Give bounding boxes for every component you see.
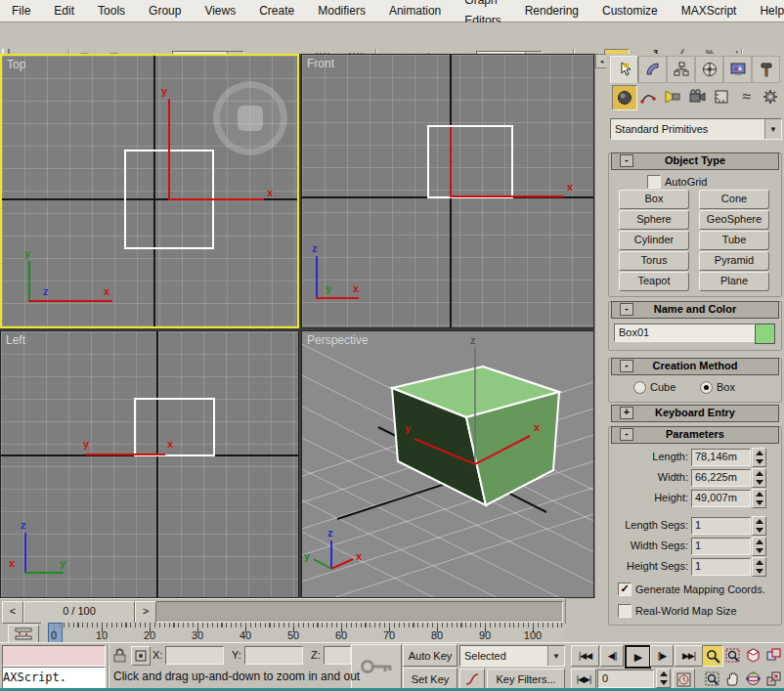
zoom-button[interactable] — [702, 645, 723, 667]
box-outline-left[interactable] — [134, 398, 215, 456]
box-outline-front[interactable] — [427, 125, 513, 198]
menu-help[interactable]: Help — [748, 1, 784, 22]
spinner-down-icon[interactable] — [756, 569, 763, 574]
cube-radio-label[interactable]: Cube — [650, 381, 675, 393]
sphere-button[interactable]: Sphere — [619, 210, 689, 230]
time-configuration-button[interactable] — [673, 669, 695, 690]
current-frame-field[interactable]: 0 — [597, 669, 654, 688]
viewport-perspective-label[interactable]: Perspective — [307, 333, 369, 347]
arc-rotate-button[interactable] — [743, 669, 762, 688]
key-filters-button[interactable]: Key Filters... — [487, 669, 565, 690]
menu-maxscript[interactable]: MAXScript — [670, 1, 749, 22]
frame-spinner[interactable] — [656, 669, 671, 688]
menu-file[interactable]: File — [0, 1, 42, 22]
width-spinner[interactable] — [752, 468, 766, 488]
maximize-viewport-toggle-button[interactable] — [763, 669, 783, 688]
viewport-left-label[interactable]: Left — [6, 333, 25, 347]
selection-set-dropdown[interactable]: Selected ▼ — [459, 645, 565, 667]
x-coord-field[interactable] — [165, 646, 224, 665]
expand-icon[interactable]: + — [620, 407, 633, 419]
viewport-front[interactable]: Front x z x y — [301, 54, 594, 328]
default-tangents-button[interactable] — [459, 669, 485, 690]
length-field[interactable]: 78,146m — [691, 449, 751, 466]
time-slider-handle[interactable]: 0 / 100 — [23, 601, 135, 624]
absolute-mode-toggle[interactable] — [131, 646, 151, 666]
name-color-header[interactable]: -Name and Color — [611, 301, 779, 319]
length-segs-field[interactable]: 1 — [691, 517, 751, 535]
zoom-extents-button[interactable] — [743, 645, 762, 665]
width-segs-spinner[interactable] — [752, 537, 766, 556]
teapot-button[interactable]: Teapot — [619, 272, 689, 291]
spinner-up-icon[interactable] — [756, 519, 763, 524]
play-button[interactable]: ▶ — [625, 645, 651, 669]
torus-button[interactable]: Torus — [619, 251, 689, 271]
zoom-extents-all-button[interactable] — [763, 645, 783, 665]
geosphere-button[interactable]: GeoSphere — [699, 210, 769, 230]
box-radio[interactable] — [700, 381, 713, 394]
autogrid-checkbox[interactable] — [647, 175, 661, 189]
menu-customize[interactable]: Customize — [590, 1, 670, 22]
category-systems[interactable] — [759, 85, 782, 108]
length-segs-spinner[interactable] — [752, 516, 766, 536]
menu-views[interactable]: Views — [193, 1, 247, 22]
menu-animation[interactable]: Animation — [377, 1, 453, 22]
viewport-top[interactable]: Top y x y z x — [0, 54, 299, 328]
pyramid-button[interactable]: Pyramid — [699, 251, 769, 271]
go-to-start-button[interactable]: |◀◀ — [571, 645, 599, 667]
collapse-icon[interactable]: - — [620, 154, 633, 167]
tab-create[interactable] — [610, 56, 638, 83]
spinner-down-icon[interactable] — [756, 500, 763, 505]
y-coord-field[interactable] — [244, 646, 303, 665]
tab-motion[interactable] — [695, 56, 723, 83]
spinner-down-icon[interactable] — [756, 480, 763, 485]
next-frame-button[interactable]: ||▶ — [650, 645, 674, 667]
auto-key-button[interactable]: Auto Key — [403, 644, 457, 667]
set-key-button[interactable]: Set Key — [403, 668, 457, 690]
category-cameras[interactable] — [685, 85, 709, 108]
maxscript-listener-field[interactable]: AXScript. — [2, 667, 106, 689]
menu-group[interactable]: Group — [137, 1, 193, 22]
previous-frame-button[interactable]: ◀|| — [600, 645, 624, 667]
primitives-category-dropdown[interactable]: Standard Primitives ▼ — [610, 118, 782, 140]
category-helpers[interactable] — [710, 85, 733, 108]
collapse-icon[interactable]: - — [620, 360, 633, 372]
viewport-left[interactable]: Left y x z y x — [0, 330, 299, 598]
spinner-up-icon[interactable] — [756, 540, 763, 544]
menu-modifiers[interactable]: Modifiers — [306, 1, 377, 22]
viewport-front-label[interactable]: Front — [307, 57, 334, 70]
track-bar[interactable]: 0 10 20 30 40 50 60 70 80 90 100 — [41, 623, 563, 643]
cone-button[interactable]: Cone — [699, 190, 769, 209]
object-name-field[interactable]: Box01 — [614, 324, 755, 342]
pan-button[interactable] — [722, 669, 742, 688]
collapse-icon[interactable]: - — [620, 303, 633, 316]
cube-radio[interactable] — [633, 381, 646, 394]
mini-curve-editor-button[interactable] — [8, 625, 39, 643]
spinner-down-icon[interactable] — [660, 680, 668, 685]
chevron-down-icon[interactable]: ▼ — [547, 646, 564, 666]
tube-button[interactable]: Tube — [699, 231, 769, 250]
category-geometry[interactable] — [612, 85, 637, 110]
height-segs-spinner[interactable] — [752, 557, 766, 577]
spinner-down-icon[interactable] — [756, 548, 763, 553]
box-button[interactable]: Box — [619, 190, 689, 209]
height-spinner[interactable] — [752, 489, 766, 508]
category-lights[interactable] — [661, 85, 684, 108]
object-type-header[interactable]: -Object Type — [611, 152, 779, 170]
region-zoom-button[interactable] — [702, 669, 721, 688]
spinner-up-icon[interactable] — [660, 671, 668, 676]
category-shapes[interactable] — [636, 85, 660, 108]
lock-selection-icon[interactable] — [113, 648, 126, 663]
parameters-header[interactable]: -Parameters — [611, 426, 779, 444]
viewport-perspective[interactable]: y x z z x y Perspective — [301, 330, 594, 598]
key-mode-toggle-button[interactable]: |◀▶| — [571, 669, 596, 690]
menu-tools[interactable]: Tools — [86, 1, 137, 22]
menu-create[interactable]: Create — [247, 1, 306, 22]
real-world-map-size-checkbox[interactable] — [618, 604, 632, 618]
spinner-up-icon[interactable] — [756, 492, 763, 497]
tab-utilities[interactable] — [752, 56, 780, 83]
time-slider-next-button[interactable]: > — [135, 601, 156, 624]
tab-modify[interactable] — [638, 56, 667, 83]
object-color-swatch[interactable] — [755, 324, 775, 344]
macro-recorder-field[interactable] — [2, 645, 106, 667]
spinner-down-icon[interactable] — [756, 459, 763, 464]
